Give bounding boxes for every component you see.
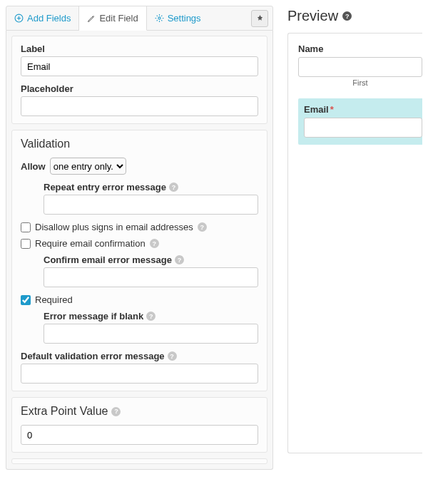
preview-email-field[interactable]: Email* [298,98,422,145]
tab-label: Add Fields [27,13,71,24]
required-checkbox[interactable] [21,295,31,305]
help-icon[interactable]: ? [169,182,178,192]
blank-error-input[interactable] [44,324,258,344]
help-icon[interactable]: ? [150,239,159,248]
plus-circle-icon [14,14,24,23]
help-icon[interactable]: ? [175,255,184,264]
gear-icon [155,14,164,23]
required-star-icon: * [330,104,334,115]
require-confirm-label: Require email confirmation [35,238,146,249]
help-icon[interactable]: ? [342,11,352,21]
tab-label: Settings [168,13,201,24]
allow-label: Allow [21,161,46,172]
label-input[interactable] [21,56,258,76]
disallow-plus-label: Disallow plus signs in email addresses [35,222,193,232]
tab-edit-field[interactable]: Edit Field [79,6,146,31]
tab-add-fields[interactable]: Add Fields [6,6,79,30]
preview-title: Preview [287,8,338,24]
confirm-error-label: Confirm email error message [44,254,172,265]
pin-button[interactable] [251,10,268,27]
default-error-label: Default validation error message [21,351,165,361]
svg-point-1 [158,17,160,19]
tab-settings[interactable]: Settings [147,6,209,30]
label-label: Label [21,43,258,54]
extra-point-input[interactable] [21,425,258,445]
repeat-error-label: Repeat entry error message [44,182,166,192]
preview-name-label: Name [298,43,422,54]
collapsed-section [11,458,268,464]
tab-bar: Add Fields Edit Field Settings [6,6,273,31]
default-error-input[interactable] [21,364,258,384]
confirm-error-input[interactable] [44,267,258,287]
tab-label: Edit Field [99,13,138,24]
preview-title-row: Preview ? [287,6,422,33]
preview-name-first-input[interactable] [298,57,422,77]
validation-title: Validation [21,138,258,150]
require-confirm-checkbox[interactable] [21,239,31,249]
basic-section: Label Placeholder [11,36,268,124]
pin-icon [256,14,264,22]
help-icon[interactable]: ? [198,222,207,232]
pencil-icon [87,14,96,23]
preview-name-first-sublabel: First [298,78,422,87]
help-icon[interactable]: ? [146,312,156,321]
preview-email-input[interactable] [304,118,422,138]
help-icon[interactable]: ? [111,407,121,416]
disallow-plus-checkbox[interactable] [21,222,31,232]
preview-email-label: Email [304,104,329,115]
required-label: Required [35,294,73,305]
help-icon[interactable]: ? [168,351,177,361]
extra-point-title: Extra Point Value [21,405,108,418]
repeat-error-input[interactable] [44,195,258,215]
placeholder-input[interactable] [21,96,258,116]
blank-error-label: Error message if blank [44,311,143,322]
allow-select[interactable]: one entry only. [50,158,126,175]
preview-body: Name First Email* [287,33,422,453]
validation-section: Validation Allow one entry only. Repeat … [11,130,268,391]
extra-point-section: Extra Point Value ? [11,397,268,453]
preview-name-field[interactable]: Name First [298,43,422,87]
placeholder-label: Placeholder [21,83,258,94]
